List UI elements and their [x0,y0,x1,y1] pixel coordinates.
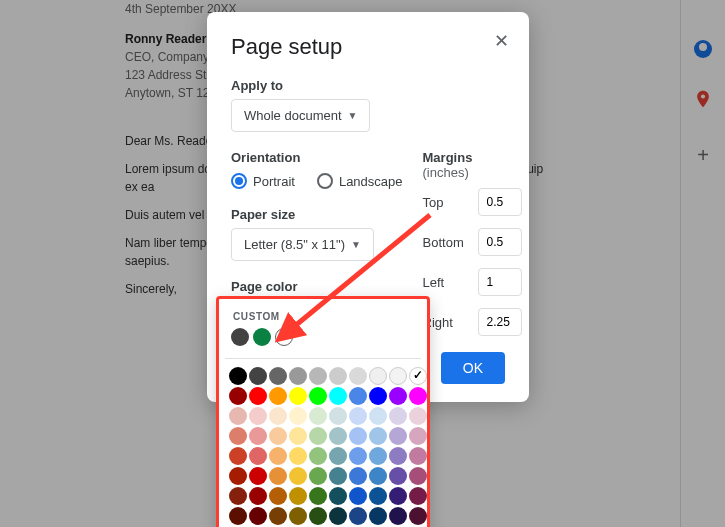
color-swatch[interactable] [369,507,387,525]
color-swatch[interactable] [229,427,247,445]
color-swatch[interactable] [409,507,427,525]
color-swatch[interactable] [329,507,347,525]
color-swatch[interactable] [409,487,427,505]
color-swatch[interactable] [249,487,267,505]
color-swatch[interactable] [249,467,267,485]
color-swatch[interactable] [409,367,427,385]
color-swatch[interactable] [389,367,407,385]
color-swatch[interactable] [289,487,307,505]
color-swatch[interactable] [329,367,347,385]
color-swatch[interactable] [229,367,247,385]
color-swatch[interactable] [349,427,367,445]
color-swatch[interactable] [229,447,247,465]
color-swatch[interactable] [349,467,367,485]
color-swatch[interactable] [369,427,387,445]
dialog-title: Page setup [231,34,505,60]
color-swatch[interactable] [329,487,347,505]
color-swatch[interactable] [409,427,427,445]
color-swatch[interactable] [409,467,427,485]
color-swatch[interactable] [249,387,267,405]
color-swatch[interactable] [229,387,247,405]
color-swatch[interactable] [249,407,267,425]
custom-color-swatch[interactable] [253,328,271,346]
color-swatch[interactable] [329,387,347,405]
color-swatch[interactable] [389,387,407,405]
color-swatch[interactable] [389,467,407,485]
color-swatch[interactable] [329,407,347,425]
color-swatch[interactable] [269,447,287,465]
color-swatch[interactable] [289,387,307,405]
color-swatch[interactable] [349,487,367,505]
color-swatch[interactable] [369,367,387,385]
color-swatch[interactable] [249,367,267,385]
color-swatch[interactable] [389,487,407,505]
color-swatch[interactable] [309,507,327,525]
color-swatch[interactable] [369,487,387,505]
color-swatch[interactable] [229,467,247,485]
paper-size-dropdown[interactable]: Letter (8.5" x 11") ▼ [231,228,374,261]
color-swatch[interactable] [289,367,307,385]
color-swatch[interactable] [349,407,367,425]
color-swatch[interactable] [349,387,367,405]
margin-top-label: Top [423,195,468,210]
margin-top-input[interactable] [478,188,522,216]
color-swatch[interactable] [269,467,287,485]
color-swatch[interactable] [349,507,367,525]
color-swatch[interactable] [329,447,347,465]
custom-color-swatch[interactable] [231,328,249,346]
color-swatch[interactable] [309,487,327,505]
color-swatch[interactable] [289,507,307,525]
custom-label: CUSTOM [233,311,417,322]
color-swatch[interactable] [369,447,387,465]
close-icon[interactable]: ✕ [494,32,509,50]
color-swatch[interactable] [289,447,307,465]
landscape-label: Landscape [339,174,403,189]
color-swatch[interactable] [389,447,407,465]
color-swatch[interactable] [269,507,287,525]
color-swatch[interactable] [389,507,407,525]
color-swatch[interactable] [309,407,327,425]
color-swatch[interactable] [369,467,387,485]
color-swatch[interactable] [309,367,327,385]
ok-button[interactable]: OK [441,352,505,384]
color-swatch[interactable] [409,407,427,425]
color-swatch[interactable] [249,427,267,445]
color-swatch[interactable] [329,467,347,485]
color-swatch[interactable] [309,427,327,445]
margin-bottom-input[interactable] [478,228,522,256]
color-swatch[interactable] [269,367,287,385]
color-swatch[interactable] [349,447,367,465]
color-swatch[interactable] [309,467,327,485]
divider [225,358,421,359]
orientation-landscape[interactable]: Landscape [317,173,403,189]
color-swatch[interactable] [389,407,407,425]
color-swatch[interactable] [229,407,247,425]
color-swatch[interactable] [229,507,247,525]
apply-to-dropdown[interactable]: Whole document ▼ [231,99,370,132]
color-swatch[interactable] [309,387,327,405]
color-swatch[interactable] [249,447,267,465]
color-swatch[interactable] [269,487,287,505]
color-swatch[interactable] [249,507,267,525]
add-custom-color[interactable]: + [275,328,293,346]
color-swatch[interactable] [229,487,247,505]
color-swatch[interactable] [289,467,307,485]
color-swatch[interactable] [289,407,307,425]
color-swatch[interactable] [409,447,427,465]
color-swatch[interactable] [369,387,387,405]
orientation-portrait[interactable]: Portrait [231,173,295,189]
margin-right-input[interactable] [478,308,522,336]
color-swatch[interactable] [309,447,327,465]
margin-left-label: Left [423,275,468,290]
color-swatch[interactable] [409,387,427,405]
color-swatch[interactable] [269,407,287,425]
color-swatch[interactable] [289,427,307,445]
color-swatch[interactable] [269,427,287,445]
color-swatch[interactable] [329,427,347,445]
color-swatch[interactable] [349,367,367,385]
color-swatch[interactable] [369,407,387,425]
color-swatch[interactable] [389,427,407,445]
color-swatch[interactable] [269,387,287,405]
margin-left-input[interactable] [478,268,522,296]
margins-label: Margins (inches) [423,150,522,180]
